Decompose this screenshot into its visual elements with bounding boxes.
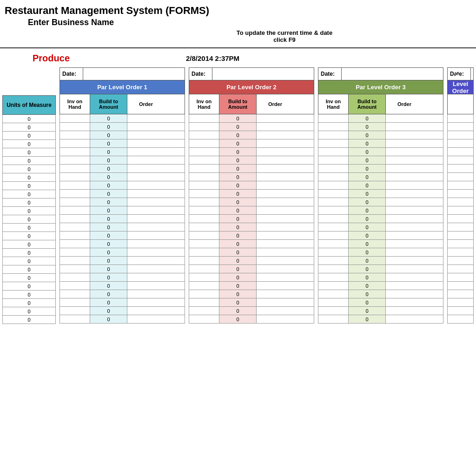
table-row: 0 xyxy=(60,290,185,298)
table-row: 0 xyxy=(189,290,314,298)
table-row: 0 xyxy=(189,114,314,123)
table-row xyxy=(447,139,474,148)
table-row xyxy=(447,156,474,165)
table-row xyxy=(447,131,474,139)
table-row: 0 xyxy=(318,215,443,223)
table-row xyxy=(447,148,474,156)
table-row: 0 xyxy=(318,307,443,315)
list-item: 0 xyxy=(2,215,56,224)
app-title: Restaurant Management System (FORMS) xyxy=(5,5,471,17)
list-item: 0 xyxy=(2,140,56,148)
list-item: 0 xyxy=(2,132,56,140)
table-row xyxy=(447,282,474,290)
order4-col-headers xyxy=(447,94,474,114)
table-row: 0 xyxy=(60,257,185,265)
table-row: 0 xyxy=(60,139,185,148)
table-row: 0 xyxy=(318,290,443,298)
table-row: 0 xyxy=(318,148,443,156)
datetime: 2/8/2014 2:37PM xyxy=(186,54,239,62)
list-item: 0 xyxy=(2,123,56,132)
table-row: 0 xyxy=(60,215,185,223)
uom-header: Units of Measure xyxy=(2,95,56,115)
table-row: 0 xyxy=(318,181,443,190)
header: Restaurant Management System (FORMS) Ent… xyxy=(0,5,476,48)
list-item: 0 xyxy=(2,316,56,324)
title-prefix: R xyxy=(5,5,12,16)
business-name: Enter Business Name xyxy=(28,18,471,27)
list-item: 0 xyxy=(2,249,56,257)
table-row: 0 xyxy=(60,148,185,156)
order3-date-label: Date: xyxy=(318,68,342,80)
title-text: estaurant Management System (FORMS) xyxy=(12,5,209,16)
table-row: 0 xyxy=(318,173,443,181)
order2-order-header: Order xyxy=(257,94,294,114)
table-row xyxy=(447,114,474,123)
table-row: 0 xyxy=(60,190,185,198)
table-row: 0 xyxy=(318,114,443,123)
table-row: 0 xyxy=(60,131,185,139)
table-row: 0 xyxy=(60,165,185,173)
table-row: 0 xyxy=(60,315,185,324)
table-row: 0 xyxy=(189,282,314,290)
table-row: 0 xyxy=(60,173,185,181)
table-row: 0 xyxy=(60,114,185,123)
table-row: 0 xyxy=(60,123,185,131)
table-row: 0 xyxy=(189,181,314,190)
order2-date-row: Date: xyxy=(189,67,314,80)
table-row xyxy=(447,290,474,298)
list-item: 0 xyxy=(2,173,56,182)
table-row xyxy=(447,198,474,206)
table-row: 0 xyxy=(60,223,185,231)
list-item: 0 xyxy=(2,232,56,240)
table-row: 0 xyxy=(318,248,443,257)
table-row xyxy=(447,298,474,307)
table-row: 0 xyxy=(189,173,314,181)
table-row: 0 xyxy=(189,223,314,231)
order1-par-header: Par Level Order 1 xyxy=(60,80,185,94)
list-item: 0 xyxy=(2,148,56,157)
table-row: 0 xyxy=(189,265,314,273)
table-row: 0 xyxy=(318,257,443,265)
table-row: 0 xyxy=(60,198,185,206)
table-row: 0 xyxy=(189,123,314,131)
order2-inv-header: Inv on Hand xyxy=(189,94,219,114)
list-item: 0 xyxy=(2,291,56,299)
table-row xyxy=(447,273,474,282)
tables-wrapper: Units of Measure 0 0 0 0 0 0 0 0 0 0 0 0… xyxy=(0,67,476,324)
list-item: 0 xyxy=(2,240,56,249)
order2-date-label: Date: xyxy=(189,68,212,80)
list-item: 0 xyxy=(2,282,56,291)
table-row: 0 xyxy=(189,131,314,139)
order2-par-header: Par Level Order 2 xyxy=(189,80,314,94)
table-row xyxy=(447,190,474,198)
order3-build-header: Build to Amount xyxy=(349,94,386,114)
table-row: 0 xyxy=(189,156,314,165)
table-row xyxy=(447,223,474,231)
table-row: 0 xyxy=(60,298,185,307)
order3-col-headers: Inv on Hand Build to Amount Order xyxy=(318,94,443,114)
order4-partial-header xyxy=(448,94,473,114)
table-row: 0 xyxy=(189,248,314,257)
order4-data-rows xyxy=(447,114,474,324)
order3-date-row: Date: xyxy=(318,67,443,80)
table-row: 0 xyxy=(318,198,443,206)
table-row xyxy=(447,315,474,324)
table-row xyxy=(447,265,474,273)
page: Restaurant Management System (FORMS) Ent… xyxy=(0,0,476,476)
table-row: 0 xyxy=(318,190,443,198)
order1-date-input[interactable] xyxy=(83,68,185,80)
table-row xyxy=(447,240,474,248)
order3-date-input[interactable] xyxy=(342,68,443,80)
table-row: 0 xyxy=(318,298,443,307)
list-item: 0 xyxy=(2,224,56,232)
table-row: 0 xyxy=(189,315,314,324)
table-row: 0 xyxy=(318,315,443,324)
table-row: 0 xyxy=(60,231,185,240)
list-item: 0 xyxy=(2,182,56,190)
order2-date-input[interactable] xyxy=(212,68,314,80)
table-row xyxy=(447,307,474,315)
table-row: 0 xyxy=(318,282,443,290)
table-row xyxy=(447,123,474,131)
table-row: 0 xyxy=(60,156,185,165)
order1-order-header: Order xyxy=(127,94,165,114)
